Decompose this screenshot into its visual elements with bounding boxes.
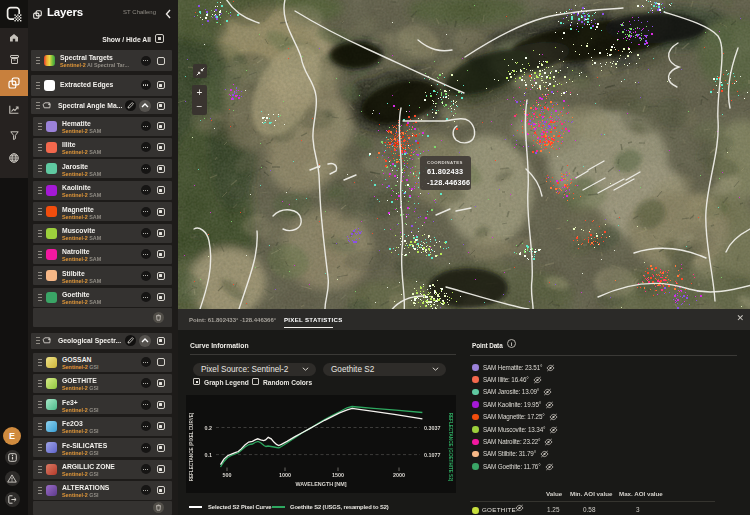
svg-text:1000: 1000 [279, 472, 291, 478]
svg-text:500: 500 [223, 472, 232, 478]
svg-text:0.1077: 0.1077 [424, 452, 441, 458]
svg-text:WAVELENGTH [NM]: WAVELENGTH [NM] [295, 481, 346, 487]
svg-text:0.3037: 0.3037 [424, 425, 441, 431]
svg-text:REFLECTANCE (GOETHITE S2): REFLECTANCE (GOETHITE S2) [448, 413, 453, 482]
svg-text:0.2: 0.2 [205, 425, 213, 431]
svg-text:1500: 1500 [332, 472, 344, 478]
svg-text:REFLECTANCE (PIXEL CURVE): REFLECTANCE (PIXEL CURVE) [189, 412, 194, 481]
svg-text:0.1: 0.1 [205, 452, 213, 458]
svg-text:2000: 2000 [393, 472, 405, 478]
